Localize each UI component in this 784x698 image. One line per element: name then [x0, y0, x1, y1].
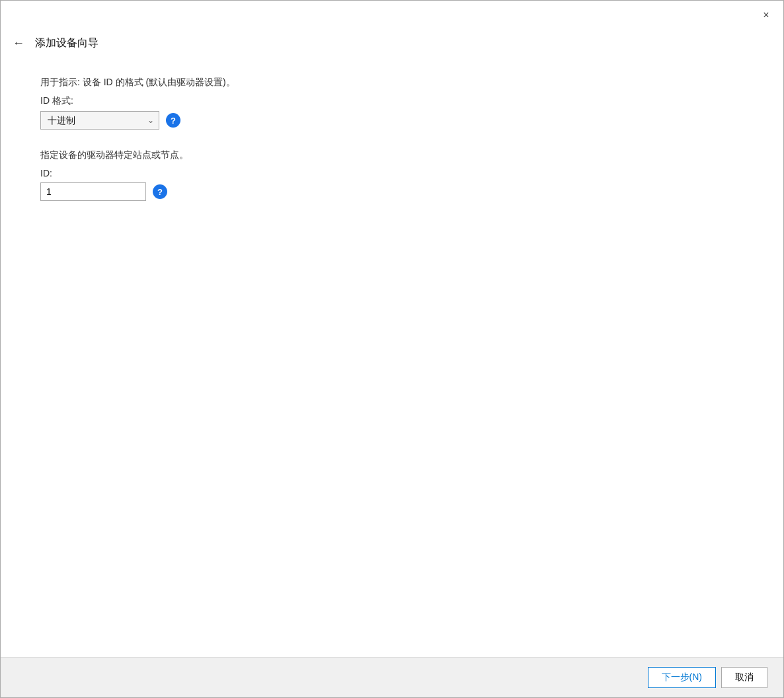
id-format-help-icon[interactable]: ?	[166, 113, 180, 128]
dialog-window: × ← 添加设备向导 用于指示: 设备 ID 的格式 (默认由驱动器设置)。 I…	[0, 0, 784, 698]
id-section: 指定设备的驱动器特定站点或节点。 ID: ?	[40, 149, 744, 201]
back-arrow-icon[interactable]: ←	[13, 36, 24, 50]
id-format-dropdown-container: 十进制 十六进制 ⌄	[40, 111, 159, 130]
close-button[interactable]: ×	[757, 6, 775, 24]
id-format-field-row: 十进制 十六进制 ⌄ ?	[40, 111, 744, 130]
id-format-label: ID 格式:	[40, 95, 744, 107]
title-bar: ×	[1, 1, 783, 30]
id-input[interactable]	[40, 182, 146, 201]
footer-bar: 下一步(N) 取消	[1, 657, 783, 697]
header-bar: ← 添加设备向导	[1, 30, 783, 57]
next-button[interactable]: 下一步(N)	[648, 667, 716, 688]
id-format-description: 用于指示: 设备 ID 的格式 (默认由驱动器设置)。	[40, 77, 744, 89]
cancel-button[interactable]: 取消	[721, 667, 767, 688]
id-format-section: 用于指示: 设备 ID 的格式 (默认由驱动器设置)。 ID 格式: 十进制 十…	[40, 77, 744, 130]
id-help-icon[interactable]: ?	[153, 184, 167, 199]
id-description: 指定设备的驱动器特定站点或节点。	[40, 149, 744, 161]
id-label: ID:	[40, 168, 744, 178]
content-area: 用于指示: 设备 ID 的格式 (默认由驱动器设置)。 ID 格式: 十进制 十…	[1, 57, 783, 657]
dialog-title: 添加设备向导	[35, 36, 98, 50]
id-format-dropdown[interactable]: 十进制 十六进制	[40, 111, 159, 130]
id-field-row: ?	[40, 182, 744, 201]
